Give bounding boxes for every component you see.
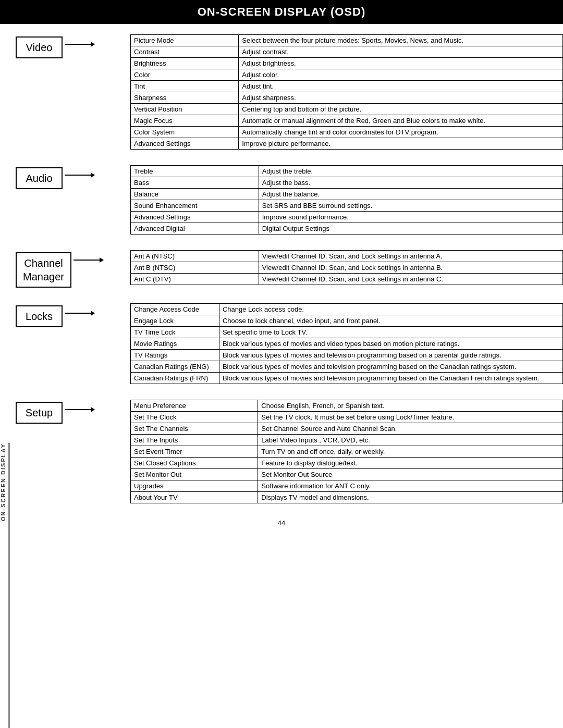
item-name: Engage Lock — [131, 315, 219, 327]
table-row: BrightnessAdjust brightness. — [131, 58, 563, 69]
items-wrapper-audio: TrebleAdjust the treble.BassAdjust the b… — [130, 165, 563, 235]
item-description: Set Monitor Out Source — [258, 469, 563, 480]
item-description: Adjust tint. — [239, 81, 563, 92]
section-label-audio: Audio — [16, 167, 63, 189]
arrow-h-line-audio — [65, 175, 91, 176]
table-row: Ant A (NTSC)View/edit Channel ID, Scan, … — [131, 251, 563, 262]
items-table-channel: Ant A (NTSC)View/edit Channel ID, Scan, … — [130, 250, 563, 285]
page-title: ON-SCREEN DISPLAY (OSD) — [0, 0, 563, 24]
table-row: Engage LockChoose to lock channel, video… — [131, 315, 563, 327]
items-wrapper-setup: Menu PreferenceChoose English, French, o… — [130, 400, 563, 503]
table-row: Advanced SettingsImprove sound performan… — [131, 212, 563, 223]
section-video: Video Picture ModeSelect between the fou… — [16, 34, 563, 150]
item-description: Improve sound performance. — [259, 212, 562, 223]
table-row: Color SystemAutomatically change tint an… — [131, 127, 563, 138]
items-table-audio: TrebleAdjust the treble.BassAdjust the b… — [130, 165, 563, 235]
table-row: ColorAdjust color. — [131, 69, 563, 81]
section-locks: Locks Change Access CodeChange Lock acce… — [16, 303, 563, 384]
item-name: Color — [131, 69, 239, 81]
item-name: Magic Focus — [131, 115, 239, 127]
item-description: Set SRS and BBE surround settings. — [259, 200, 562, 212]
item-name: Brightness — [131, 58, 239, 69]
table-row: Canadian Ratings (ENG)Block various type… — [131, 361, 563, 373]
table-row: Movie RatingsBlock various types of movi… — [131, 338, 563, 350]
item-name: Ant C (DTV) — [131, 274, 259, 285]
item-name: Ant A (NTSC) — [131, 251, 259, 262]
items-table-setup: Menu PreferenceChoose English, French, o… — [130, 400, 563, 503]
item-description: Choose English, French, or Spanish text. — [258, 400, 563, 412]
arrow-line-channel — [74, 257, 104, 263]
page-number: 44 — [0, 519, 563, 527]
item-name: Sharpness — [131, 92, 239, 104]
arrow-audio — [65, 167, 95, 178]
item-description: View/edit Channel ID, Scan, and Lock set… — [259, 274, 562, 285]
item-description: Select between the four picture modes: S… — [239, 35, 563, 46]
section-label-locks: Locks — [16, 305, 63, 327]
arrow-head-video — [91, 42, 95, 47]
item-name: Treble — [131, 166, 259, 177]
item-name: About Your TV — [131, 492, 258, 503]
sidebar-vertical-label: ON-SCREEN DISPLAY — [0, 443, 10, 728]
arrow-line-audio — [65, 172, 95, 178]
item-description: Block various types of movies and televi… — [219, 361, 562, 373]
item-description: Label Video Inputs , VCR, DVD, etc. — [258, 435, 563, 446]
item-name: Tint — [131, 81, 239, 92]
items-wrapper-video: Picture ModeSelect between the four pict… — [130, 34, 563, 150]
table-row: Set Monitor OutSet Monitor Out Source — [131, 469, 563, 480]
item-name: Advanced Settings — [131, 212, 259, 223]
section-label-channel: ChannelManager — [16, 252, 71, 288]
arrow-channel — [74, 252, 104, 263]
item-description: Improve picture performance. — [239, 138, 563, 150]
arrow-head-locks — [91, 311, 95, 316]
table-row: Advanced SettingsImprove picture perform… — [131, 138, 563, 150]
item-description: Adjust the balance. — [259, 189, 562, 200]
item-description: Centering top and bottom of the picture. — [239, 104, 563, 115]
table-row: Change Access CodeChange Lock access cod… — [131, 304, 563, 315]
arrow-h-line-channel — [74, 260, 100, 261]
item-name: Vertical Position — [131, 104, 239, 115]
item-name: Color System — [131, 127, 239, 138]
item-name: Upgrades — [131, 480, 258, 492]
section-label-wrapper-audio: Audio — [16, 165, 130, 189]
item-description: Automatic or manual alignment of the Red… — [239, 115, 563, 127]
item-name: Set Monitor Out — [131, 469, 258, 480]
table-row: About Your TVDisplays TV model and dimen… — [131, 492, 563, 503]
item-description: Software information for ANT C only. — [258, 480, 563, 492]
item-name: Advanced Digital — [131, 223, 259, 235]
section-label-video: Video — [16, 36, 63, 58]
item-name: Set Closed Captions — [131, 458, 258, 469]
table-row: UpgradesSoftware information for ANT C o… — [131, 480, 563, 492]
item-name: Menu Preference — [131, 400, 258, 412]
item-name: Canadian Ratings (FRN) — [131, 373, 219, 384]
items-table-video: Picture ModeSelect between the four pict… — [130, 34, 563, 150]
table-row: Set The ChannelsSet Channel Source and A… — [131, 423, 563, 435]
section-channel: ChannelManager Ant A (NTSC)View/edit Cha… — [16, 250, 563, 288]
table-row: SharpnessAdjust sharpness. — [131, 92, 563, 104]
item-description: Set the TV clock. It must be set before … — [258, 412, 563, 423]
arrow-h-line-locks — [65, 313, 91, 314]
table-row: Vertical PositionCentering top and botto… — [131, 104, 563, 115]
table-row: TV Time LockSet specific time to Lock TV… — [131, 327, 563, 338]
section-label-setup: Setup — [16, 402, 63, 424]
item-description: Adjust the treble. — [259, 166, 562, 177]
arrow-line-setup — [65, 407, 95, 412]
item-name: Bass — [131, 177, 259, 189]
item-name: Set Event Timer — [131, 446, 258, 458]
item-name: Picture Mode — [131, 35, 239, 46]
table-row: Picture ModeSelect between the four pict… — [131, 35, 563, 46]
item-description: Feature to display dialogue/text. — [258, 458, 563, 469]
item-name: Set The Clock — [131, 412, 258, 423]
item-name: TV Time Lock — [131, 327, 219, 338]
table-row: Magic FocusAutomatic or manual alignment… — [131, 115, 563, 127]
section-label-wrapper-setup: Setup — [16, 400, 130, 424]
section-label-wrapper-channel: ChannelManager — [16, 250, 130, 288]
item-description: Block various types of movies and televi… — [219, 373, 562, 384]
item-description: Digital Output Settings — [259, 223, 562, 235]
arrow-locks — [65, 305, 95, 316]
table-row: Ant C (DTV)View/edit Channel ID, Scan, a… — [131, 274, 563, 285]
arrow-head-setup — [91, 407, 95, 412]
section-audio: Audio TrebleAdjust the treble.BassAdjust… — [16, 165, 563, 235]
table-row: BalanceAdjust the balance. — [131, 189, 563, 200]
table-row: TV RatingsBlock various types of movies … — [131, 350, 563, 361]
item-description: Adjust color. — [239, 69, 563, 81]
